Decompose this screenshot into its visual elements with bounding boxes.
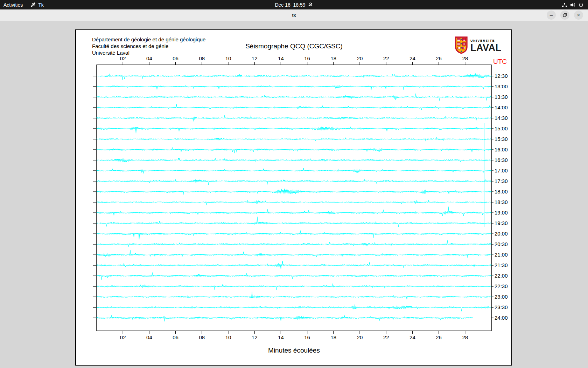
window-controls: – × bbox=[547, 11, 583, 20]
network-icon bbox=[562, 2, 567, 8]
x-tick-label-bottom: 22 bbox=[383, 334, 389, 340]
x-tick-label-bottom: 14 bbox=[278, 334, 284, 340]
time-label: 16:00 bbox=[495, 146, 508, 152]
seismogram-plot: 0202040406060808101012121414161618182020… bbox=[76, 30, 511, 365]
seismogram-trace-1430 bbox=[97, 115, 491, 122]
x-tick-label-bottom: 28 bbox=[462, 334, 468, 340]
time-label: 14:00 bbox=[495, 104, 508, 110]
time-label: 20:30 bbox=[495, 241, 508, 247]
time-label: 13:00 bbox=[495, 83, 508, 89]
x-tick-label-bottom: 04 bbox=[146, 334, 152, 340]
seismogram-trace-2330 bbox=[97, 305, 491, 311]
seismogram-trace-1330 bbox=[97, 94, 491, 101]
seismogram-trace-1300 bbox=[97, 85, 491, 90]
bell-slash-icon bbox=[308, 2, 313, 7]
seismogram-trace-2230 bbox=[97, 284, 491, 290]
time-label: 14:30 bbox=[495, 115, 508, 121]
x-tick-label-top: 28 bbox=[462, 55, 468, 61]
utc-label: UTC bbox=[493, 58, 507, 65]
seismogram-trace-2130 bbox=[97, 261, 491, 270]
activities-button[interactable]: Activities bbox=[4, 0, 23, 9]
x-tick-label-bottom: 16 bbox=[304, 334, 310, 340]
x-tick-label-top: 22 bbox=[383, 55, 389, 61]
window-title: tk bbox=[0, 13, 588, 18]
x-tick-label-bottom: 26 bbox=[436, 334, 442, 340]
seismogram-trace-1700 bbox=[97, 168, 491, 173]
x-tick-label-top: 08 bbox=[199, 55, 205, 61]
time-label: 19:30 bbox=[495, 220, 508, 226]
time-label: 24:00 bbox=[495, 315, 508, 321]
time-label: 23:00 bbox=[495, 294, 508, 300]
time-label: 19:00 bbox=[495, 210, 508, 216]
time-label: 13:30 bbox=[495, 94, 508, 100]
minimize-icon: – bbox=[550, 11, 553, 20]
seismogram-trace-1730 bbox=[97, 179, 491, 185]
x-tick-label-top: 24 bbox=[410, 55, 415, 61]
x-tick-label-top: 06 bbox=[173, 55, 178, 61]
seismogram-trace-2000 bbox=[97, 231, 491, 240]
seismogram-trace-1800 bbox=[97, 189, 491, 195]
seismogram-trace-1930 bbox=[97, 217, 491, 226]
x-axis-title: Minutes écoulées bbox=[268, 347, 320, 354]
clock-label: Dec 16 18:59 bbox=[275, 2, 305, 8]
volume-icon bbox=[570, 2, 576, 8]
minimize-button[interactable]: – bbox=[547, 11, 556, 20]
window-titlebar: tk – × bbox=[0, 9, 588, 21]
maximize-icon bbox=[563, 13, 567, 17]
close-button[interactable]: × bbox=[574, 11, 583, 20]
x-tick-label-top: 04 bbox=[146, 55, 152, 61]
app-menu-label: Tk bbox=[38, 2, 44, 8]
time-label: 20:00 bbox=[495, 231, 508, 237]
time-label: 21:00 bbox=[495, 252, 508, 258]
seismogram-trace-2100 bbox=[97, 250, 491, 258]
time-label: 21:30 bbox=[495, 262, 508, 268]
seismogram-trace-1500 bbox=[97, 127, 491, 134]
x-tick-label-bottom: 10 bbox=[225, 334, 231, 340]
x-tick-label-bottom: 24 bbox=[410, 334, 415, 340]
system-status-area[interactable] bbox=[562, 0, 584, 9]
time-label: 15:00 bbox=[495, 125, 508, 131]
time-label: 12:30 bbox=[495, 73, 508, 79]
seismogram-trace-2400 bbox=[97, 315, 472, 321]
time-label: 22:30 bbox=[495, 283, 508, 289]
seismogram-trace-2300 bbox=[97, 292, 491, 300]
seismogram-trace-1530 bbox=[97, 137, 491, 141]
seismogram-trace-1400 bbox=[97, 104, 491, 110]
time-label: 18:00 bbox=[495, 189, 508, 195]
x-tick-label-bottom: 18 bbox=[330, 334, 336, 340]
seismograph-canvas: Département de géologie et de génie géol… bbox=[75, 29, 512, 366]
tk-app-icon bbox=[30, 2, 36, 7]
seismogram-trace-2200 bbox=[97, 273, 491, 280]
seismogram-trace-1830 bbox=[97, 200, 491, 205]
x-tick-label-top: 10 bbox=[225, 55, 231, 61]
time-label: 17:00 bbox=[495, 168, 508, 173]
time-label: 15:30 bbox=[495, 136, 508, 142]
x-tick-label-top: 12 bbox=[252, 55, 258, 61]
gnome-top-bar: Activities Tk bbox=[0, 0, 588, 9]
x-tick-label-bottom: 12 bbox=[252, 334, 258, 340]
x-tick-label-bottom: 08 bbox=[199, 334, 205, 340]
desktop: Activities Tk bbox=[0, 0, 588, 368]
x-tick-label-top: 14 bbox=[278, 55, 284, 61]
x-tick-label-top: 18 bbox=[330, 55, 336, 61]
x-tick-label-bottom: 06 bbox=[173, 334, 178, 340]
x-tick-label-top: 26 bbox=[436, 55, 442, 61]
plot-box bbox=[97, 65, 491, 331]
time-label: 18:30 bbox=[495, 199, 508, 205]
x-tick-label-bottom: 20 bbox=[357, 334, 363, 340]
time-label: 23:30 bbox=[495, 304, 508, 310]
seismogram-trace-1900 bbox=[97, 207, 491, 216]
seismogram-trace-1230 bbox=[97, 73, 491, 80]
time-label: 17:30 bbox=[495, 178, 508, 184]
power-icon bbox=[578, 2, 584, 8]
x-tick-label-bottom: 02 bbox=[120, 334, 126, 340]
clock-button[interactable]: Dec 16 18:59 bbox=[275, 0, 313, 9]
seismogram-trace-2030 bbox=[97, 240, 491, 247]
maximize-button[interactable] bbox=[560, 11, 569, 20]
time-label: 22:00 bbox=[495, 273, 508, 279]
app-menu[interactable]: Tk bbox=[30, 0, 44, 9]
seismogram-trace-1600 bbox=[97, 147, 491, 153]
x-tick-label-top: 20 bbox=[357, 55, 363, 61]
x-tick-label-top: 02 bbox=[120, 55, 126, 61]
x-tick-label-top: 16 bbox=[304, 55, 310, 61]
